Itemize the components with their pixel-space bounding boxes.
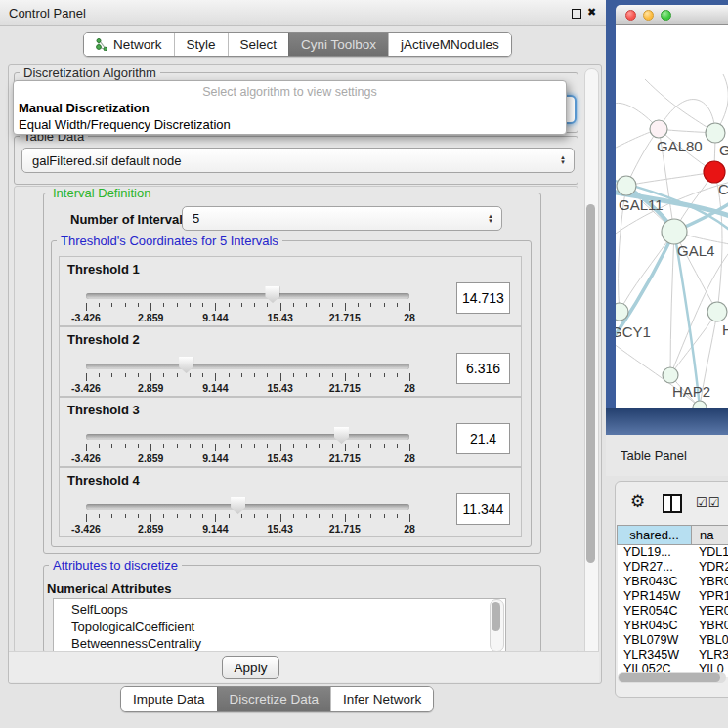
network-graph[interactable]: GAL80GCGAL11GAL4GCY1HHAP2 [616,25,728,408]
slider-track[interactable] [86,364,409,369]
slider-thumb[interactable] [231,497,245,514]
split-column-icon[interactable] [663,494,682,513]
minimize-traffic-icon[interactable] [643,10,654,21]
network-node[interactable] [663,367,678,383]
dropdown-option-manual[interactable]: Manual Discretization [18,101,562,115]
threshold-label: Threshold 2 [67,332,140,347]
slider-scale-label: 2.859 [138,382,163,394]
attribute-item[interactable]: TopologicalCoefficient [54,619,505,636]
slider-scale-label: 9.144 [202,312,228,323]
slider-tick [241,303,242,307]
slider-tick [229,303,230,307]
close-icon[interactable]: ✖ [587,6,596,19]
slider-track[interactable] [86,504,409,510]
slider-tick [397,373,398,377]
attribute-item[interactable]: SelfLoops [54,601,505,619]
slider-thumb[interactable] [179,357,193,373]
attributes-group-label: Attributes to discretize [49,559,182,573]
table-row-cell[interactable]: YER054C [618,604,697,619]
column-header-name[interactable]: na [691,525,728,545]
float-icon[interactable] [572,9,581,19]
close-traffic-icon[interactable] [625,10,636,21]
slider-scale-label: 15.43 [267,523,292,535]
tab-style[interactable]: Style [174,33,228,56]
slider-tick [177,373,178,377]
slider-thumb[interactable] [334,427,349,444]
table-row-cell[interactable]: YBL0 [692,633,728,648]
slider-tick [138,303,139,307]
slider-tick [229,444,230,448]
network-node[interactable] [650,120,667,138]
threshold-label: Threshold 1 [67,262,140,277]
threshold-value-field[interactable]: 14.713 [456,282,510,314]
threshold-value-field[interactable]: 21.4 [456,423,510,454]
slider-tick [384,303,385,307]
network-node[interactable] [704,161,725,183]
slider-tick [202,514,203,518]
panel-scrollbar[interactable] [584,68,599,680]
network-node[interactable] [693,401,707,408]
desktop-band [606,408,728,435]
network-node[interactable] [706,123,725,143]
network-canvas[interactable]: GAL80GCGAL11GAL4GCY1HHAP2 [616,25,728,408]
node-label: GAL80 [657,138,703,154]
dropdown-option-equal-width[interactable]: Equal Width/Frequency Discretization [18,117,562,132]
bottom-tab-impute-data[interactable]: Impute Data [121,687,217,711]
tab-cyni-toolbox[interactable]: Cyni Toolbox [288,33,388,56]
slider-tick [358,303,359,307]
table-row-cell[interactable]: YDL19... [618,545,697,560]
slider-scale-label: 28 [404,312,415,323]
network-node[interactable] [707,302,727,321]
tab-jactivemnodules[interactable]: jActiveMNodules [388,33,511,56]
table-data-combobox[interactable]: galFiltered.sif default node ▲▼ [21,148,575,173]
table-row-cell[interactable]: YLR345W [618,648,697,663]
threshold-value-field[interactable]: 11.344 [456,493,510,525]
slider-thumb[interactable] [265,286,279,303]
slider-tick [293,373,294,377]
zoom-traffic-icon[interactable] [661,10,671,21]
threshold-value-field[interactable]: 6.316 [456,353,510,384]
num-intervals-spinner[interactable]: 5 ▲▼ [182,206,502,231]
table-row-cell[interactable]: YBL079W [618,633,697,648]
slider-tick [345,373,346,381]
table-row-cell[interactable]: YBR0 [692,619,728,633]
checkbox-icons[interactable]: ☑☑ [696,495,720,510]
table-row-cell[interactable]: YDR27... [618,560,697,575]
network-window-titlebar[interactable] [616,5,728,25]
slider-tick [267,303,268,307]
table-row-cell[interactable]: YDL1 [692,545,728,560]
slider-tick [111,303,112,307]
slider-tick [409,514,410,522]
attributes-list-scrollbar[interactable] [490,599,504,652]
gear-icon[interactable]: ⚙ [630,492,645,512]
table-hscrollbar[interactable] [618,672,726,683]
tab-select[interactable]: Select [228,33,289,56]
slider-tick [306,444,307,448]
slider-track[interactable] [86,434,409,440]
table-row-cell[interactable]: YPR145W [618,589,697,604]
column-header-shared-name[interactable]: shared... [617,525,692,545]
attribute-item[interactable]: BetweennessCentrality [54,635,505,653]
table-row-cell[interactable]: YBR045C [618,619,697,633]
table-row-cell[interactable]: YBR043C [618,575,697,589]
threshold-label: Threshold 3 [67,403,140,417]
slider-tick [163,514,164,518]
slider-tick [332,514,333,518]
table-row-cell[interactable]: YPR1 [692,589,728,604]
tab-network[interactable]: Network [84,33,174,56]
slider-scale-label: 28 [404,382,415,394]
numerical-attributes-label: Numerical Attributes [47,581,171,596]
network-node[interactable] [616,303,628,321]
network-node[interactable] [662,219,687,244]
table-row-cell[interactable]: YLR3 [692,648,728,663]
bottom-tab-infer-network[interactable]: Infer Network [330,687,433,711]
table-row-cell[interactable]: YBR0 [692,575,728,589]
table-row-cell[interactable]: YER0 [692,604,728,619]
slider-track[interactable] [86,293,409,299]
table-row-cell[interactable]: YDR2 [692,560,728,575]
tab-label: jActiveMNodules [401,37,499,52]
network-node[interactable] [617,176,636,195]
apply-button[interactable]: Apply [222,656,279,679]
bottom-tab-discretize-data[interactable]: Discretize Data [217,687,331,711]
slider-scale-label: -3.426 [71,382,101,394]
